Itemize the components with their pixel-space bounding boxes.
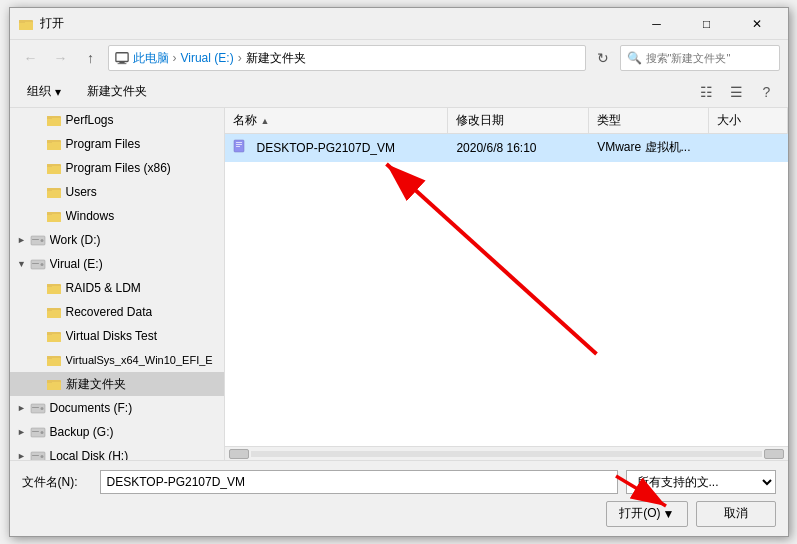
navigation-toolbar: ← → ↑ 此电脑 › Virual (E:) › 新建文件夹 ↻ 🔍 — [10, 40, 788, 76]
file-type-cell: VMware 虚拟机... — [589, 134, 709, 161]
sidebar-item-documentsf[interactable]: ► Documents (F:) — [10, 396, 224, 420]
folder-icon — [46, 376, 62, 392]
new-folder-button[interactable]: 新建文件夹 — [78, 80, 156, 104]
view-list-button[interactable]: ☰ — [724, 80, 750, 104]
breadcrumb-pc[interactable]: 此电脑 — [133, 50, 169, 67]
svg-rect-3 — [115, 53, 127, 62]
col-header-size[interactable]: 大小 — [709, 108, 788, 133]
breadcrumb-bar: 此电脑 › Virual (E:) › 新建文件夹 — [108, 45, 586, 71]
sidebar-item-raid5[interactable]: RAID5 & LDM — [10, 276, 224, 300]
svg-rect-10 — [47, 142, 61, 150]
svg-rect-19 — [47, 214, 61, 222]
scroll-right-btn[interactable] — [764, 449, 784, 459]
folder-icon — [46, 280, 62, 296]
sidebar-item-programfiles[interactable]: Program Files — [10, 132, 224, 156]
folder-icon — [46, 184, 62, 200]
col-header-type[interactable]: 类型 — [589, 108, 709, 133]
sidebar-item-recovereddata[interactable]: Recovered Data — [10, 300, 224, 324]
expand-icon — [30, 208, 46, 224]
drive-icon — [30, 400, 46, 416]
table-row[interactable]: DESKTOP-PG2107D_VM 2020/6/8 16:10 VMware… — [225, 134, 788, 162]
item-label: Work (D:) — [50, 233, 101, 247]
file-list-body[interactable]: DESKTOP-PG2107D_VM 2020/6/8 16:10 VMware… — [225, 134, 788, 446]
organize-button[interactable]: 组织 ▾ — [18, 80, 70, 104]
expand-icon — [30, 136, 46, 152]
svg-rect-8 — [47, 116, 52, 119]
expand-icon: ► — [14, 232, 30, 248]
search-input[interactable] — [646, 52, 784, 64]
col-header-name[interactable]: 名称 ▲ — [225, 108, 448, 133]
sidebar-item-virtualsys[interactable]: VirtualSys_x64_Win10_EFI_E — [10, 348, 224, 372]
scroll-left-btn[interactable] — [229, 449, 249, 459]
expand-icon — [30, 328, 46, 344]
back-button[interactable]: ← — [18, 45, 44, 71]
svg-rect-14 — [47, 164, 52, 167]
sidebar-item-localh[interactable]: ► Local Disk (H:) — [10, 444, 224, 460]
svg-rect-1 — [19, 22, 33, 30]
close-button[interactable]: ✕ — [734, 10, 780, 38]
svg-rect-28 — [47, 286, 61, 294]
sidebar-item-users[interactable]: Users — [10, 180, 224, 204]
breadcrumb-virual[interactable]: Virual (E:) — [181, 51, 234, 65]
maximize-button[interactable]: □ — [684, 10, 730, 38]
open-button[interactable]: 打开(O) ▼ — [606, 501, 687, 527]
item-label: Users — [66, 185, 97, 199]
sidebar-item-perflogs[interactable]: PerfLogs — [10, 108, 224, 132]
file-type: VMware 虚拟机... — [597, 139, 690, 156]
file-name-cell: DESKTOP-PG2107D_VM — [225, 134, 449, 161]
item-label: Program Files — [66, 137, 141, 151]
item-label: PerfLogs — [66, 113, 114, 127]
expand-icon — [30, 112, 46, 128]
title-bar-left: 打开 — [18, 15, 64, 32]
bottom-buttons: 打开(O) ▼ 取消 — [22, 501, 776, 527]
filetype-select[interactable]: 所有支持的文... — [626, 470, 776, 494]
svg-point-49 — [40, 455, 43, 458]
horizontal-scrollbar[interactable] — [225, 446, 788, 460]
sidebar-item-programfilesx86[interactable]: Program Files (x86) — [10, 156, 224, 180]
svg-rect-52 — [236, 142, 242, 143]
svg-rect-37 — [47, 358, 61, 366]
search-box[interactable]: 🔍 — [620, 45, 780, 71]
refresh-button[interactable]: ↻ — [590, 45, 616, 71]
forward-button[interactable]: → — [48, 45, 74, 71]
filename-row: 文件名(N): 所有支持的文... — [22, 470, 776, 494]
minimize-button[interactable]: ─ — [634, 10, 680, 38]
item-label: Documents (F:) — [50, 401, 133, 415]
item-label: 新建文件夹 — [66, 376, 126, 393]
svg-rect-16 — [47, 190, 61, 198]
cancel-button[interactable]: 取消 — [696, 501, 776, 527]
sidebar-item-viruale[interactable]: ▼ Virual (E:) — [10, 252, 224, 276]
svg-rect-11 — [47, 140, 52, 143]
svg-rect-41 — [47, 380, 52, 383]
item-label: RAID5 & LDM — [66, 281, 141, 295]
filename-input[interactable] — [100, 470, 618, 494]
annotation-arrow — [225, 134, 788, 414]
item-label: Windows — [66, 209, 115, 223]
sidebar-item-windows[interactable]: Windows — [10, 204, 224, 228]
expand-icon — [30, 352, 46, 368]
svg-point-43 — [40, 407, 43, 410]
expand-icon — [30, 160, 46, 176]
help-button[interactable]: ? — [754, 80, 780, 104]
svg-rect-34 — [47, 334, 61, 342]
title-bar: 打开 ─ □ ✕ — [10, 8, 788, 40]
item-label: Backup (G:) — [50, 425, 114, 439]
expand-icon — [30, 280, 46, 296]
expand-icon — [30, 304, 46, 320]
file-name: DESKTOP-PG2107D_VM — [257, 141, 396, 155]
view-details-button[interactable]: ☷ — [694, 80, 720, 104]
sidebar-item-backupg[interactable]: ► Backup (G:) — [10, 420, 224, 444]
expand-icon: ► — [14, 400, 30, 416]
dialog-title: 打开 — [40, 15, 64, 32]
sidebar-item-newfolder[interactable]: 新建文件夹 — [10, 372, 224, 396]
sidebar-item-virtualdisks[interactable]: Virtual Disks Test — [10, 324, 224, 348]
col-header-date[interactable]: 修改日期 — [448, 108, 589, 133]
svg-rect-35 — [47, 332, 52, 335]
open-dialog: 打开 ─ □ ✕ ← → ↑ 此电脑 › Virual (E:) › 新建文件夹… — [9, 7, 789, 537]
svg-rect-26 — [32, 263, 39, 264]
svg-rect-29 — [47, 284, 52, 287]
drive-icon — [30, 424, 46, 440]
svg-line-56 — [386, 164, 596, 354]
sidebar-item-workd[interactable]: ► Work (D:) — [10, 228, 224, 252]
up-button[interactable]: ↑ — [78, 45, 104, 71]
